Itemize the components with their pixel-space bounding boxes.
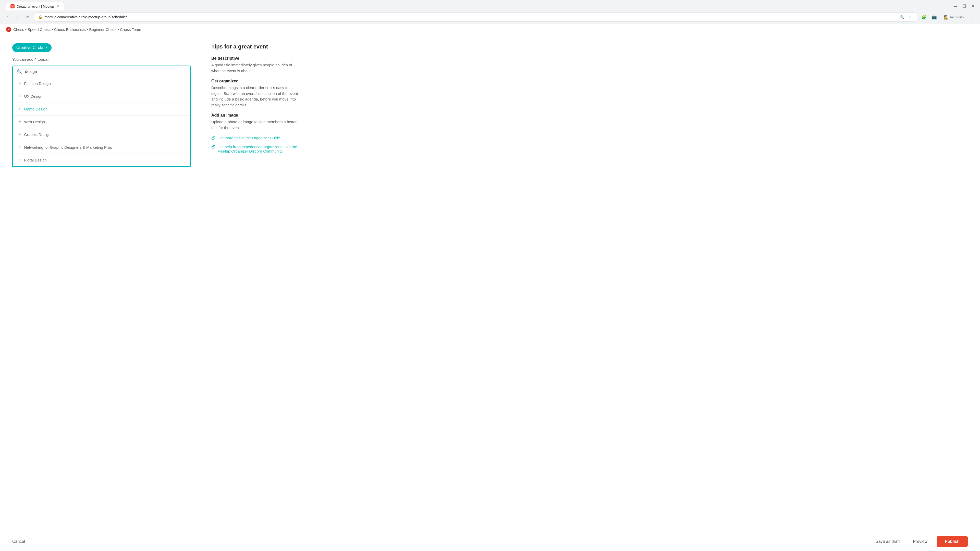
tip-heading-descriptive: Be descriptive <box>211 56 298 61</box>
item-label: Floral Design <box>24 158 47 162</box>
save-draft-button[interactable]: Save as draft <box>872 537 904 544</box>
plus-icon: + <box>18 81 21 86</box>
external-link-icon-2: 🗗 <box>211 145 215 149</box>
cancel-button[interactable]: Cancel <box>12 537 25 544</box>
dropdown-item-graphic-design[interactable]: + Graphic Design <box>13 128 190 141</box>
chess-bar-text: Chess • Speed Chess • Chess Enthusiasts … <box>13 27 141 32</box>
item-label: Graphic Design <box>24 132 51 137</box>
item-label: Networking for Graphic Designers & Marke… <box>24 145 112 149</box>
organizer-guide-label: Get more tips in the Organizer Guide <box>218 136 280 140</box>
page-content: ✕ Chess • Speed Chess • Chess Enthusiast… <box>0 24 980 544</box>
dropdown-item-fashion-design[interactable]: + Fashion Design <box>13 77 190 90</box>
tip-heading-organized: Get organized <box>211 79 298 83</box>
dropdown-item-game-design[interactable]: + Game Design <box>13 103 190 116</box>
left-panel: Creative Circle × You can add 4 topics. … <box>12 43 191 167</box>
dropdown-item-web-design[interactable]: + Web Design <box>13 116 190 128</box>
tab-close-button[interactable]: ✕ <box>56 4 60 8</box>
topic-dropdown: + Fashion Design + UX Design + Game Desi… <box>13 77 190 167</box>
discord-community-link[interactable]: 🗗 Get help from experienced organizers. … <box>211 144 298 153</box>
publish-button[interactable]: Publish <box>937 536 968 544</box>
external-link-icon-1: 🗗 <box>211 136 215 141</box>
plus-icon: + <box>18 119 21 124</box>
item-label: Fashion Design <box>24 81 51 86</box>
dropdown-item-ux-design[interactable]: + UX Design <box>13 90 190 103</box>
incognito-icon: 🕵️ <box>943 15 948 20</box>
discord-community-label: Get help from experienced organizers. Jo… <box>218 144 298 153</box>
tip-text-image: Upload a photo or image to give members … <box>211 119 298 130</box>
bookmark-icon[interactable]: ☆ <box>907 14 914 21</box>
dropdown-item-networking[interactable]: + Networking for Graphic Designers & Mar… <box>13 141 190 154</box>
tip-section-descriptive: Be descriptive A good title immediately … <box>211 56 298 74</box>
forward-button[interactable]: › <box>13 13 21 21</box>
chess-bar: ✕ Chess • Speed Chess • Chess Enthusiast… <box>0 24 980 35</box>
favicon: M <box>11 4 14 8</box>
browser-chrome: M Create an event | Meetup ✕ + ─ ❐ ✕ ‹ ›… <box>0 0 980 24</box>
tips-title: Tips for a great event <box>211 43 298 50</box>
restore-button[interactable]: ❐ <box>960 2 968 11</box>
plus-icon: + <box>18 94 21 99</box>
topics-count: You can add 4 topics. <box>12 57 191 62</box>
address-input[interactable] <box>45 15 896 19</box>
tip-section-organized: Get organized Describe things in a clear… <box>211 79 298 108</box>
dropdown-item-floral-design[interactable]: + Floral Design <box>13 154 190 166</box>
cast-button[interactable]: 📺 <box>930 13 939 21</box>
browser-tab-active[interactable]: M Create an event | Meetup ✕ <box>6 2 64 11</box>
close-button[interactable]: ✕ <box>969 2 977 11</box>
organizer-guide-link[interactable]: 🗗 Get more tips in the Organizer Guide <box>211 136 298 141</box>
new-tab-button[interactable]: + <box>65 3 73 11</box>
tab-title: Create an event | Meetup <box>17 5 54 8</box>
plus-icon: + <box>18 106 21 112</box>
chess-bar-error-icon: ✕ <box>6 27 11 32</box>
search-icon: 🔍 <box>17 69 22 74</box>
search-container: 🔍 + Fashion Design + UX Design + <box>12 65 191 167</box>
item-label: UX Design <box>24 94 43 98</box>
plus-icon: + <box>18 132 21 137</box>
incognito-label: Incognito <box>950 15 964 19</box>
extensions-button[interactable]: 🧩 <box>920 13 928 21</box>
item-label: Web Design <box>24 120 45 124</box>
bottom-bar: Cancel Save as draft Preview Publish <box>0 532 980 544</box>
back-button[interactable]: ‹ <box>3 13 11 21</box>
more-menu-button[interactable]: ⋮ <box>969 13 977 21</box>
topic-tag-label: Creative Circle <box>16 45 43 50</box>
preview-button[interactable]: Preview <box>909 537 932 544</box>
minimize-button[interactable]: ─ <box>951 2 959 11</box>
search-icon-btn[interactable]: 🔍 <box>898 14 905 21</box>
address-lock-icon: 🔒 <box>38 15 42 19</box>
search-input[interactable] <box>25 69 186 74</box>
right-panel: Tips for a great event Be descriptive A … <box>211 43 298 167</box>
plus-icon: + <box>18 157 21 163</box>
topic-tag: Creative Circle × <box>12 43 52 52</box>
tip-text-organized: Describe things in a clear order so it's… <box>211 85 298 108</box>
bottom-right-buttons: Save as draft Preview Publish <box>872 536 968 544</box>
tip-section-image: Add an image Upload a photo or image to … <box>211 113 298 130</box>
plus-icon: + <box>18 144 21 150</box>
reload-button[interactable]: ↻ <box>24 13 32 21</box>
tip-heading-image: Add an image <box>211 113 298 118</box>
tip-text-descriptive: A good title immediately gives people an… <box>211 62 298 74</box>
item-label: Game Design <box>24 107 48 111</box>
topic-tag-close-btn[interactable]: × <box>45 45 48 50</box>
